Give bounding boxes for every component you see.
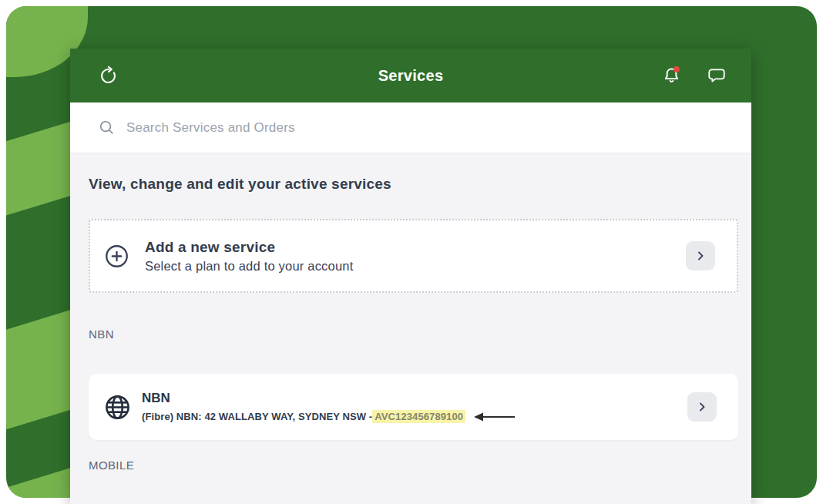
globe-icon bbox=[102, 392, 133, 422]
annotation-left-arrow-icon bbox=[473, 412, 516, 422]
services-page-body: View, change and edit your active servic… bbox=[70, 153, 751, 504]
add-service-subtitle: Select a plan to add to your account bbox=[145, 259, 353, 274]
chat-button[interactable] bbox=[707, 66, 727, 86]
refresh-icon bbox=[98, 66, 119, 86]
add-service-chevron-button[interactable] bbox=[686, 241, 715, 270]
nbn-service-chevron-button[interactable] bbox=[687, 392, 717, 422]
search-bar bbox=[70, 102, 751, 153]
search-input[interactable] bbox=[126, 120, 724, 136]
page-heading: View, change and edit your active servic… bbox=[89, 176, 738, 193]
add-service-title: Add a new service bbox=[145, 239, 353, 256]
app-header: Services bbox=[70, 49, 751, 102]
page-title: Services bbox=[70, 67, 751, 85]
add-service-texts: Add a new service Select a plan to add t… bbox=[145, 239, 353, 274]
bell-icon bbox=[661, 66, 682, 86]
nbn-service-address: (Fibre) NBN: 42 WALLABY WAY, SYDNEY NSW … bbox=[142, 411, 372, 422]
header-actions bbox=[661, 66, 727, 86]
chat-icon bbox=[707, 66, 727, 86]
search-icon bbox=[98, 119, 116, 136]
nbn-service-title: NBN bbox=[142, 391, 516, 406]
plus-circle-icon bbox=[102, 242, 131, 270]
chevron-right-icon bbox=[694, 399, 710, 415]
refresh-button[interactable] bbox=[98, 66, 119, 86]
app-window: Services bbox=[70, 49, 751, 504]
notifications-button[interactable] bbox=[661, 66, 682, 86]
nbn-service-description: (Fibre) NBN: 42 WALLABY WAY, SYDNEY NSW … bbox=[142, 410, 516, 423]
section-label-mobile: MOBILE bbox=[89, 459, 738, 472]
add-new-service-card[interactable]: Add a new service Select a plan to add t… bbox=[89, 219, 738, 293]
section-label-nbn: NBN bbox=[89, 328, 738, 341]
nbn-service-id-highlight: AVC123456789100 bbox=[372, 410, 465, 423]
chevron-right-icon bbox=[693, 248, 708, 264]
nbn-service-card[interactable]: NBN (Fibre) NBN: 42 WALLABY WAY, SYDNEY … bbox=[89, 374, 738, 440]
nbn-service-texts: NBN (Fibre) NBN: 42 WALLABY WAY, SYDNEY … bbox=[142, 391, 516, 423]
notification-badge bbox=[674, 66, 680, 72]
screenshot-frame: Services bbox=[0, 0, 823, 504]
